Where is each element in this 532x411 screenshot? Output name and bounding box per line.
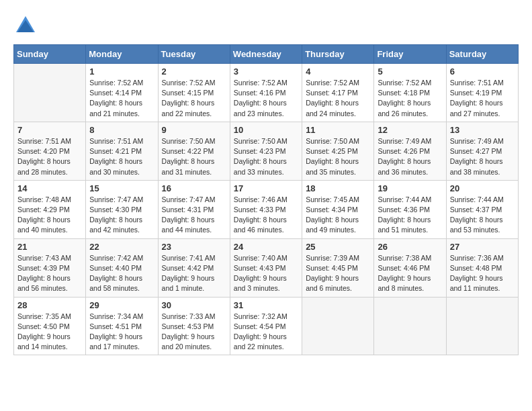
calendar-table: SundayMondayTuesdayWednesdayThursdayFrid… xyxy=(13,44,519,355)
day-info: Sunrise: 7:35 AM Sunset: 4:50 PM Dayligh… xyxy=(17,312,82,353)
calendar-cell: 5Sunrise: 7:52 AM Sunset: 4:18 PM Daylig… xyxy=(374,64,446,122)
day-info: Sunrise: 7:38 AM Sunset: 4:46 PM Dayligh… xyxy=(378,253,442,294)
day-info: Sunrise: 7:42 AM Sunset: 4:40 PM Dayligh… xyxy=(89,253,154,294)
day-number: 3 xyxy=(234,66,298,77)
day-info: Sunrise: 7:50 AM Sunset: 4:23 PM Dayligh… xyxy=(234,136,298,177)
calendar-cell: 8Sunrise: 7:51 AM Sunset: 4:21 PM Daylig… xyxy=(86,122,158,180)
calendar-cell: 9Sunrise: 7:50 AM Sunset: 4:22 PM Daylig… xyxy=(158,122,230,180)
day-info: Sunrise: 7:48 AM Sunset: 4:29 PM Dayligh… xyxy=(17,195,82,236)
calendar-cell: 11Sunrise: 7:50 AM Sunset: 4:25 PM Dayli… xyxy=(302,122,374,180)
calendar-cell: 7Sunrise: 7:51 AM Sunset: 4:20 PM Daylig… xyxy=(14,122,86,180)
day-info: Sunrise: 7:47 AM Sunset: 4:31 PM Dayligh… xyxy=(162,195,226,236)
day-info: Sunrise: 7:51 AM Sunset: 4:20 PM Dayligh… xyxy=(17,136,82,177)
calendar-cell: 29Sunrise: 7:34 AM Sunset: 4:51 PM Dayli… xyxy=(86,297,158,355)
calendar-cell: 31Sunrise: 7:32 AM Sunset: 4:54 PM Dayli… xyxy=(230,297,302,355)
calendar-cell: 6Sunrise: 7:51 AM Sunset: 4:19 PM Daylig… xyxy=(446,64,518,122)
column-header-thursday: Thursday xyxy=(302,45,374,64)
day-info: Sunrise: 7:44 AM Sunset: 4:36 PM Dayligh… xyxy=(378,195,442,236)
calendar-header-row: SundayMondayTuesdayWednesdayThursdayFrid… xyxy=(14,45,519,64)
calendar-cell: 27Sunrise: 7:36 AM Sunset: 4:48 PM Dayli… xyxy=(446,238,518,297)
calendar-cell: 19Sunrise: 7:44 AM Sunset: 4:36 PM Dayli… xyxy=(374,180,446,238)
calendar-cell: 13Sunrise: 7:49 AM Sunset: 4:27 PM Dayli… xyxy=(446,122,518,180)
day-info: Sunrise: 7:49 AM Sunset: 4:26 PM Dayligh… xyxy=(378,136,442,177)
day-info: Sunrise: 7:36 AM Sunset: 4:48 PM Dayligh… xyxy=(450,253,515,294)
day-info: Sunrise: 7:50 AM Sunset: 4:25 PM Dayligh… xyxy=(306,136,370,177)
day-number: 28 xyxy=(17,300,82,310)
calendar-cell: 1Sunrise: 7:52 AM Sunset: 4:14 PM Daylig… xyxy=(86,64,158,122)
day-number: 27 xyxy=(450,242,515,252)
day-number: 5 xyxy=(378,66,442,77)
calendar-cell: 20Sunrise: 7:44 AM Sunset: 4:37 PM Dayli… xyxy=(446,180,518,238)
calendar-week-row: 7Sunrise: 7:51 AM Sunset: 4:20 PM Daylig… xyxy=(14,122,519,180)
day-info: Sunrise: 7:47 AM Sunset: 4:30 PM Dayligh… xyxy=(89,195,154,236)
calendar-cell: 15Sunrise: 7:47 AM Sunset: 4:30 PM Dayli… xyxy=(86,180,158,238)
calendar-cell: 16Sunrise: 7:47 AM Sunset: 4:31 PM Dayli… xyxy=(158,180,230,238)
calendar-cell: 21Sunrise: 7:43 AM Sunset: 4:39 PM Dayli… xyxy=(14,238,86,297)
day-info: Sunrise: 7:52 AM Sunset: 4:15 PM Dayligh… xyxy=(162,78,226,119)
day-number: 14 xyxy=(17,183,82,193)
column-header-friday: Friday xyxy=(374,45,446,64)
day-number: 22 xyxy=(89,242,154,252)
calendar-cell: 14Sunrise: 7:48 AM Sunset: 4:29 PM Dayli… xyxy=(14,180,86,238)
calendar-cell: 26Sunrise: 7:38 AM Sunset: 4:46 PM Dayli… xyxy=(374,238,446,297)
day-number: 23 xyxy=(162,242,226,252)
day-info: Sunrise: 7:34 AM Sunset: 4:51 PM Dayligh… xyxy=(89,312,154,353)
day-info: Sunrise: 7:43 AM Sunset: 4:39 PM Dayligh… xyxy=(17,253,82,294)
day-number: 4 xyxy=(306,66,370,77)
day-number: 8 xyxy=(89,125,154,135)
day-info: Sunrise: 7:39 AM Sunset: 4:45 PM Dayligh… xyxy=(306,253,370,294)
calendar-cell xyxy=(14,64,86,122)
calendar-week-row: 21Sunrise: 7:43 AM Sunset: 4:39 PM Dayli… xyxy=(14,238,519,297)
day-number: 9 xyxy=(162,125,226,135)
column-header-tuesday: Tuesday xyxy=(158,45,230,64)
calendar-cell: 3Sunrise: 7:52 AM Sunset: 4:16 PM Daylig… xyxy=(230,64,302,122)
day-number: 18 xyxy=(306,183,370,193)
day-info: Sunrise: 7:40 AM Sunset: 4:43 PM Dayligh… xyxy=(234,253,298,294)
day-number: 24 xyxy=(234,242,298,252)
day-info: Sunrise: 7:46 AM Sunset: 4:33 PM Dayligh… xyxy=(234,195,298,236)
calendar-cell: 23Sunrise: 7:41 AM Sunset: 4:42 PM Dayli… xyxy=(158,238,230,297)
calendar-cell xyxy=(374,297,446,355)
logo-icon xyxy=(13,13,38,38)
day-info: Sunrise: 7:41 AM Sunset: 4:42 PM Dayligh… xyxy=(162,253,226,294)
calendar-cell: 17Sunrise: 7:46 AM Sunset: 4:33 PM Dayli… xyxy=(230,180,302,238)
column-header-saturday: Saturday xyxy=(446,45,518,64)
day-info: Sunrise: 7:32 AM Sunset: 4:54 PM Dayligh… xyxy=(234,312,298,353)
calendar-cell: 24Sunrise: 7:40 AM Sunset: 4:43 PM Dayli… xyxy=(230,238,302,297)
day-number: 15 xyxy=(89,183,154,193)
calendar-cell: 12Sunrise: 7:49 AM Sunset: 4:26 PM Dayli… xyxy=(374,122,446,180)
day-info: Sunrise: 7:52 AM Sunset: 4:17 PM Dayligh… xyxy=(306,78,370,119)
day-number: 2 xyxy=(162,66,226,77)
calendar-cell xyxy=(446,297,518,355)
calendar-week-row: 14Sunrise: 7:48 AM Sunset: 4:29 PM Dayli… xyxy=(14,180,519,238)
day-info: Sunrise: 7:44 AM Sunset: 4:37 PM Dayligh… xyxy=(450,195,515,236)
calendar-cell: 30Sunrise: 7:33 AM Sunset: 4:53 PM Dayli… xyxy=(158,297,230,355)
day-info: Sunrise: 7:51 AM Sunset: 4:21 PM Dayligh… xyxy=(89,136,154,177)
day-number: 31 xyxy=(234,300,298,310)
day-info: Sunrise: 7:33 AM Sunset: 4:53 PM Dayligh… xyxy=(162,312,226,353)
calendar-cell: 18Sunrise: 7:45 AM Sunset: 4:34 PM Dayli… xyxy=(302,180,374,238)
calendar-cell: 10Sunrise: 7:50 AM Sunset: 4:23 PM Dayli… xyxy=(230,122,302,180)
day-info: Sunrise: 7:50 AM Sunset: 4:22 PM Dayligh… xyxy=(162,136,226,177)
day-info: Sunrise: 7:49 AM Sunset: 4:27 PM Dayligh… xyxy=(450,136,515,177)
day-info: Sunrise: 7:52 AM Sunset: 4:14 PM Dayligh… xyxy=(89,78,154,119)
day-info: Sunrise: 7:52 AM Sunset: 4:18 PM Dayligh… xyxy=(378,78,442,119)
day-number: 16 xyxy=(162,183,226,193)
calendar-week-row: 1Sunrise: 7:52 AM Sunset: 4:14 PM Daylig… xyxy=(14,64,519,122)
day-number: 26 xyxy=(378,242,442,252)
day-info: Sunrise: 7:45 AM Sunset: 4:34 PM Dayligh… xyxy=(306,195,370,236)
day-number: 10 xyxy=(234,125,298,135)
day-info: Sunrise: 7:51 AM Sunset: 4:19 PM Dayligh… xyxy=(450,78,515,119)
day-number: 30 xyxy=(162,300,226,310)
day-number: 21 xyxy=(17,242,82,252)
page-header xyxy=(13,13,519,38)
column-header-wednesday: Wednesday xyxy=(230,45,302,64)
calendar-cell: 28Sunrise: 7:35 AM Sunset: 4:50 PM Dayli… xyxy=(14,297,86,355)
day-number: 29 xyxy=(89,300,154,310)
column-header-monday: Monday xyxy=(86,45,158,64)
calendar-cell: 25Sunrise: 7:39 AM Sunset: 4:45 PM Dayli… xyxy=(302,238,374,297)
day-number: 7 xyxy=(17,125,82,135)
day-number: 6 xyxy=(450,66,515,77)
day-number: 19 xyxy=(378,183,442,193)
calendar-week-row: 28Sunrise: 7:35 AM Sunset: 4:50 PM Dayli… xyxy=(14,297,519,355)
